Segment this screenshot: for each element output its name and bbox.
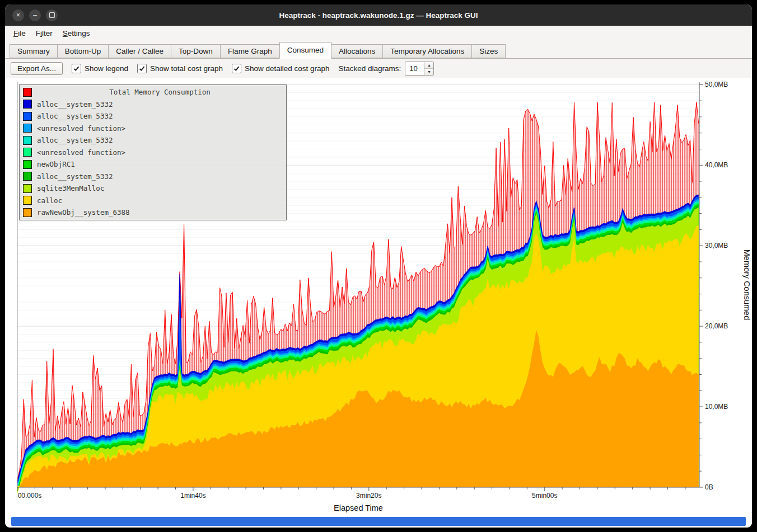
checkbox-label: Show total cost graph <box>150 64 223 73</box>
toolbar: Export As... Show legendShow total cost … <box>5 59 752 78</box>
y-tick-label: 10,0MB <box>705 403 728 411</box>
stacked-diagrams-label: Stacked diagrams: <box>339 64 401 73</box>
legend-item: alloc__system_5332 <box>21 134 284 147</box>
legend-swatch <box>23 136 32 145</box>
y-tick-label: 30,0MB <box>705 242 728 249</box>
legend-swatch <box>23 196 32 205</box>
toolbar-checkboxes: Show legendShow total cost graphShow det… <box>72 64 330 73</box>
checkbox-box[interactable] <box>137 64 147 73</box>
maximize-button[interactable] <box>46 10 58 21</box>
legend-title-row: Total Memory Consumption <box>21 86 284 98</box>
legend-item: sqlite3MemMalloc <box>21 182 284 195</box>
x-axis-title: Elapsed Time <box>334 503 383 512</box>
menu-filter[interactable]: Filter <box>31 27 58 39</box>
consumed-chart-panel: 00.000s1min40s3min20s5min00s0B10,0MB20,0… <box>5 78 752 515</box>
legend-item: newObjRC1 <box>21 158 284 171</box>
legend-swatch <box>23 112 32 121</box>
spinbox-value: 10 <box>405 62 424 75</box>
tab-bottom-up[interactable]: Bottom-Up <box>57 44 109 58</box>
chart-legend: Total Memory Consumptionalloc__system_53… <box>19 84 287 220</box>
x-tick-label: 00.000s <box>18 492 42 500</box>
legend-label: newObjRC1 <box>37 160 75 168</box>
checkbox-show-detailed-cost-graph[interactable]: Show detailed cost graph <box>232 64 330 73</box>
legend-label: <unresolved function> <box>37 124 125 133</box>
legend-swatch <box>23 124 32 133</box>
legend-label: <unresolved function> <box>37 148 125 157</box>
minimize-button[interactable]: – <box>29 10 41 21</box>
spinbox-down-button[interactable]: ▼ <box>424 69 433 75</box>
legend-label: alloc__system_5332 <box>37 172 113 181</box>
legend-item: alloc__system_5332 <box>21 98 284 111</box>
legend-swatch <box>23 184 32 193</box>
y-tick-label: 0B <box>705 483 713 491</box>
legend-label: sqlite3MemMalloc <box>37 184 104 192</box>
stacked-diagrams-control: Stacked diagrams: 10 ▲ ▼ <box>339 62 434 76</box>
tab-sizes[interactable]: Sizes <box>471 44 506 58</box>
legend-item: rawNewObj__system_6388 <box>21 206 284 219</box>
legend-swatch <box>23 160 32 169</box>
y-tick-label: 40,0MB <box>705 161 728 169</box>
legend-item: <unresolved function> <box>21 147 284 159</box>
menu-bar: FileFilterSettings <box>5 26 752 41</box>
tab-consumed[interactable]: Consumed <box>279 42 331 59</box>
menu-file[interactable]: File <box>8 27 31 39</box>
bottom-strip <box>5 515 752 528</box>
spinbox-buttons: ▲ ▼ <box>424 62 433 75</box>
menu-settings[interactable]: Settings <box>58 27 95 39</box>
checkbox-box[interactable] <box>72 64 81 73</box>
timeline-scrollbar[interactable] <box>11 517 746 526</box>
screen-frame: × – Heaptrack - heaptrack.wakunode.1.gz … <box>0 0 757 532</box>
legend-item: <unresolved function> <box>21 123 284 135</box>
checkbox-box[interactable] <box>232 64 241 73</box>
x-tick-label: 1min40s <box>180 492 205 500</box>
tab-top-down[interactable]: Top-Down <box>171 44 220 58</box>
checkbox-show-legend[interactable]: Show legend <box>72 64 128 73</box>
x-tick-label: 3min20s <box>356 492 381 500</box>
stacked-diagrams-spinbox[interactable]: 10 ▲ ▼ <box>405 62 434 76</box>
legend-label: rawNewObj__system_6388 <box>37 208 130 216</box>
heaptrack-window: × – Heaptrack - heaptrack.wakunode.1.gz … <box>5 4 752 528</box>
window-title: Heaptrack - heaptrack.wakunode.1.gz — He… <box>279 11 478 20</box>
tab-bar: SummaryBottom-UpCaller / CalleeTop-DownF… <box>5 41 752 59</box>
y-tick-label: 20,0MB <box>705 322 728 330</box>
legend-swatch <box>23 148 32 157</box>
legend-swatch-total <box>23 88 32 97</box>
tab-temporary-allocations[interactable]: Temporary Allocations <box>382 44 471 58</box>
y-tick-label: 50,0MB <box>705 81 728 88</box>
tab-summary[interactable]: Summary <box>10 44 57 58</box>
checkbox-label: Show detailed cost graph <box>245 64 330 73</box>
legend-swatch <box>23 208 32 217</box>
legend-title: Total Memory Consumption <box>37 88 283 96</box>
y-axis-title: Memory Consumed <box>742 249 751 321</box>
tab-allocations[interactable]: Allocations <box>331 44 382 58</box>
legend-item: calloc <box>21 195 284 207</box>
legend-swatch <box>23 100 32 109</box>
legend-label: alloc__system_5332 <box>37 112 113 120</box>
title-bar: × – Heaptrack - heaptrack.wakunode.1.gz … <box>5 4 752 26</box>
x-tick-label: 5min00s <box>532 492 557 500</box>
legend-label: alloc__system_5332 <box>37 136 113 144</box>
legend-label: alloc__system_5332 <box>37 100 113 109</box>
legend-item: alloc__system_5332 <box>21 110 284 123</box>
tab-flame-graph[interactable]: Flame Graph <box>220 44 279 58</box>
checkbox-show-total-cost-graph[interactable]: Show total cost graph <box>137 64 223 73</box>
window-controls: × – <box>12 4 58 26</box>
legend-item: alloc__system_5332 <box>21 171 284 183</box>
legend-swatch <box>23 172 32 181</box>
checkbox-label: Show legend <box>85 64 128 73</box>
tab-caller-callee[interactable]: Caller / Callee <box>108 44 171 58</box>
spinbox-up-button[interactable]: ▲ <box>424 62 433 69</box>
legend-label: calloc <box>37 196 62 205</box>
maximize-icon <box>49 12 55 18</box>
export-as-button[interactable]: Export As... <box>11 62 63 75</box>
close-button[interactable]: × <box>12 10 24 21</box>
